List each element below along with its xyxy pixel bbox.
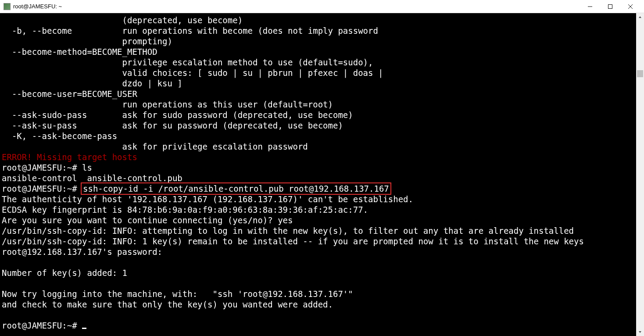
output-line: /usr/bin/ssh-copy-id: INFO: 1 key(s) rem… bbox=[2, 236, 584, 246]
error-line: ERROR! Missing target hosts bbox=[2, 152, 137, 162]
scrollbar[interactable] bbox=[636, 13, 644, 336]
help-line: ask for privilege escalation password bbox=[2, 142, 308, 151]
help-line: --become-method=BECOME_METHOD bbox=[2, 47, 157, 57]
help-line: --become-user=BECOME_USER bbox=[2, 89, 137, 99]
maximize-button[interactable] bbox=[600, 0, 620, 13]
output-line: Are you sure you want to continue connec… bbox=[2, 215, 293, 225]
help-line: run operations as this user (default=roo… bbox=[2, 100, 333, 109]
output-line: ECDSA key fingerprint is 84:78:b6:9a:0a:… bbox=[2, 205, 368, 214]
svg-marker-5 bbox=[639, 331, 641, 333]
help-line: valid choices: [ sudo | su | pbrun | pfe… bbox=[2, 68, 383, 78]
terminal-area: (deprecated, use become) -b, --become ru… bbox=[0, 13, 644, 336]
output-line: root@192.168.137.167's password: bbox=[2, 247, 162, 257]
app-icon bbox=[4, 3, 11, 10]
titlebar[interactable]: root@JAMESFU: ~ bbox=[0, 0, 644, 13]
command: ls bbox=[82, 163, 92, 172]
minimize-button[interactable] bbox=[580, 0, 600, 13]
window-controls bbox=[580, 0, 640, 13]
output-line: Now try logging into the machine, with: … bbox=[2, 289, 353, 299]
output-line: ansible-control ansible-control.pub bbox=[2, 173, 182, 183]
help-line: privilege escalation method to use (defa… bbox=[2, 57, 373, 67]
scroll-up-arrow[interactable] bbox=[636, 13, 644, 21]
cursor bbox=[82, 328, 86, 329]
prompt: root@JAMESFU:~# bbox=[2, 321, 82, 330]
svg-rect-1 bbox=[608, 4, 612, 8]
prompt: root@JAMESFU:~# bbox=[2, 163, 82, 172]
scroll-thumb[interactable] bbox=[637, 70, 643, 77]
help-line: -K, --ask-become-pass bbox=[2, 131, 117, 141]
help-line: --ask-sudo-pass ask for sudo password (d… bbox=[2, 110, 353, 120]
help-line: prompting) bbox=[2, 36, 172, 46]
output-line: and check to make sure that only the key… bbox=[2, 300, 333, 309]
help-line: -b, --become run operations with become … bbox=[2, 26, 378, 36]
output-line: The authenticity of host '192.168.137.16… bbox=[2, 194, 413, 204]
close-button[interactable] bbox=[620, 0, 640, 13]
terminal-window: root@JAMESFU: ~ (deprecated, use become)… bbox=[0, 0, 644, 336]
svg-marker-4 bbox=[639, 16, 641, 18]
terminal-content[interactable]: (deprecated, use become) -b, --become ru… bbox=[0, 13, 636, 336]
highlighted-command: ssh-copy-id -i /root/ansible-control.pub… bbox=[81, 182, 391, 195]
help-line: --ask-su-pass ask for su password (depre… bbox=[2, 121, 343, 130]
output-line: Number of key(s) added: 1 bbox=[2, 268, 127, 278]
help-line: (deprecated, use become) bbox=[2, 15, 243, 25]
prompt: root@JAMESFU:~# bbox=[2, 184, 82, 193]
scroll-down-arrow[interactable] bbox=[636, 328, 644, 336]
output-line: /usr/bin/ssh-copy-id: INFO: attempting t… bbox=[2, 226, 574, 236]
window-title: root@JAMESFU: ~ bbox=[13, 3, 580, 10]
help-line: dzdo | ksu ] bbox=[2, 79, 182, 88]
